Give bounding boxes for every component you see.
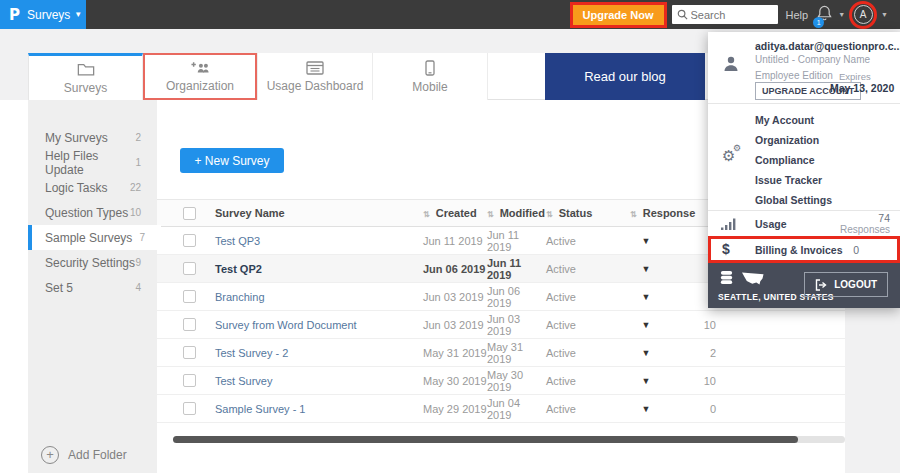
select-all-checkbox[interactable] <box>183 207 196 220</box>
horizontal-scrollbar-track[interactable] <box>173 436 845 443</box>
created-cell: May 30 2019 <box>423 375 487 387</box>
folder-label: Sample Surveys <box>45 231 132 245</box>
responses-cell: 10 <box>676 319 732 331</box>
sidebar-item-set-5[interactable]: Set 5 4 <box>28 275 157 300</box>
status-cell: Active <box>546 375 616 387</box>
account-menu: My Account Organization Compliance Issue… <box>708 110 900 210</box>
row-checkbox[interactable] <box>183 374 196 387</box>
created-cell: Jun 06 2019 <box>423 263 487 275</box>
usa-map-icon <box>741 271 765 286</box>
status-cell: Active <box>546 347 616 359</box>
usage-unit: Responses <box>840 224 890 235</box>
row-checkbox[interactable] <box>183 346 196 359</box>
status-cell: Active <box>546 263 616 275</box>
expires-date: May 13, 2020 <box>830 82 894 94</box>
row-actions-dropdown[interactable]: ▼ <box>642 376 651 386</box>
folder-label: Security Settings <box>45 256 135 270</box>
header-status[interactable]: ⇅Status <box>546 207 616 219</box>
modified-cell: Jun 03 2019 <box>487 313 546 337</box>
modified-cell: Jun 11 2019 <box>487 257 546 281</box>
sidebar-item-logic-tasks[interactable]: Logic Tasks 22 <box>28 175 157 200</box>
folder-icon <box>77 62 95 77</box>
row-actions-dropdown[interactable]: ▼ <box>642 236 651 246</box>
avatar[interactable]: A <box>854 5 873 24</box>
survey-name-link[interactable]: Test Survey <box>215 375 272 387</box>
read-our-blog-button[interactable]: Read our blog <box>545 53 705 100</box>
billing-label: Billing & Invoices <box>755 244 843 256</box>
modified-cell: Jun 11 2019 <box>487 229 546 253</box>
gears-icon: ⚙⚙ <box>722 147 735 165</box>
chevron-down-icon[interactable]: ▼ <box>881 11 888 18</box>
row-actions-dropdown[interactable]: ▼ <box>642 404 651 414</box>
row-checkbox[interactable] <box>183 234 196 247</box>
row-checkbox[interactable] <box>183 290 196 303</box>
menu-item-issue-tracker[interactable]: Issue Tracker <box>708 170 900 190</box>
modified-cell: May 31 2019 <box>487 341 546 365</box>
help-link[interactable]: Help <box>786 9 809 21</box>
row-actions-dropdown[interactable]: ▼ <box>642 320 651 330</box>
survey-name-link[interactable]: Test QP2 <box>215 263 262 275</box>
tab-surveys[interactable]: Surveys <box>28 53 143 100</box>
tab-usage-dashboard[interactable]: Usage Dashboard <box>258 53 373 100</box>
new-survey-button[interactable]: + New Survey <box>180 148 284 173</box>
menu-item-global-settings[interactable]: Global Settings <box>708 190 900 210</box>
sort-icon: ⇅ <box>423 210 430 219</box>
row-checkbox[interactable] <box>183 318 196 331</box>
usage-row[interactable]: Usage 74 Responses <box>708 212 900 236</box>
billing-invoices-row-annotated[interactable]: $ Billing & Invoices 0 <box>708 236 900 263</box>
expires-label: Expires <box>839 71 871 82</box>
add-people-icon <box>190 61 210 75</box>
chevron-down-icon[interactable]: ▼ <box>838 11 845 18</box>
row-actions-dropdown[interactable]: ▼ <box>642 292 651 302</box>
header-created[interactable]: ⇅Created <box>423 207 487 219</box>
chevron-down-icon: ▼ <box>74 10 82 19</box>
sidebar-item-security-settings[interactable]: Security Settings 9 <box>28 250 157 275</box>
tab-organization[interactable]: Organization <box>143 53 258 100</box>
account-email: aditya.datar@questionpro.c... <box>755 40 900 52</box>
billing-value: 0 <box>853 244 859 256</box>
brand-surveys-menu[interactable]: P Surveys ▼ <box>0 0 86 29</box>
menu-item-my-account[interactable]: My Account <box>708 110 900 130</box>
tab-label: Usage Dashboard <box>267 79 364 93</box>
tab-label: Mobile <box>412 80 447 94</box>
row-checkbox[interactable] <box>183 402 196 415</box>
folder-count: 7 <box>139 232 145 243</box>
usage-label: Usage <box>755 218 787 230</box>
survey-name-link[interactable]: Branching <box>215 291 265 303</box>
menu-item-compliance[interactable]: Compliance <box>708 150 900 170</box>
sidebar-item-my-surveys[interactable]: My Surveys 2 <box>28 125 157 150</box>
sidebar-item-sample-surveys[interactable]: Sample Surveys 7 <box>28 225 161 250</box>
usage-value: 74 <box>878 212 890 224</box>
logout-icon <box>815 279 828 291</box>
logout-button[interactable]: LOGOUT <box>804 272 888 297</box>
row-actions-dropdown[interactable]: ▼ <box>642 264 651 274</box>
survey-name-link[interactable]: Test QP3 <box>215 235 260 247</box>
search-input[interactable] <box>691 9 773 21</box>
notifications-button[interactable]: 1 <box>817 5 832 25</box>
survey-name-link[interactable]: Test Survey - 2 <box>215 347 288 359</box>
folder-list: My Surveys 2 Help Files Update 1 Logic T… <box>28 125 157 300</box>
created-cell: May 29 2019 <box>423 403 487 415</box>
left-gutter <box>0 100 28 473</box>
tab-mobile[interactable]: Mobile <box>373 53 488 100</box>
row-checkbox[interactable] <box>183 262 196 275</box>
header-modified[interactable]: ⇅Modified <box>487 207 546 219</box>
sidebar-item-help-files-update[interactable]: Help Files Update 1 <box>28 150 157 175</box>
table-row: Survey from Word Document Jun 03 2019 Ju… <box>157 311 845 339</box>
sidebar-item-question-types[interactable]: Question Types 10 <box>28 200 157 225</box>
horizontal-scrollbar-thumb[interactable] <box>173 436 798 443</box>
survey-name-link[interactable]: Sample Survey - 1 <box>215 403 305 415</box>
row-actions-dropdown[interactable]: ▼ <box>642 348 651 358</box>
header-survey-name: Survey Name <box>215 207 423 219</box>
bar-chart-icon <box>720 217 738 235</box>
add-folder-button[interactable]: + Add Folder <box>28 436 157 473</box>
created-cell: May 31 2019 <box>423 347 487 359</box>
footer-icons <box>719 270 765 286</box>
logout-label: LOGOUT <box>834 279 877 290</box>
upgrade-now-button[interactable]: Upgrade Now <box>573 5 664 25</box>
survey-name-link[interactable]: Survey from Word Document <box>215 319 357 331</box>
annotation-avatar-circle: A <box>849 1 877 29</box>
table-row: Sample Survey - 1 May 29 2019 Jun 04 201… <box>157 395 845 423</box>
modified-cell: May 30 2019 <box>487 369 546 393</box>
modified-cell: Jun 06 2019 <box>487 285 546 309</box>
